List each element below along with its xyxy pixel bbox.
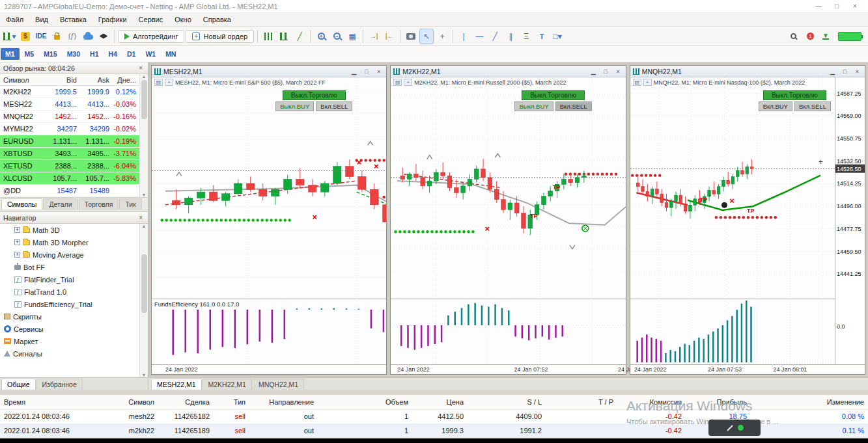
navigator-item[interactable]: Сервисы (0, 323, 139, 335)
disable-trading-button[interactable]: Выкл.Торговлю (522, 90, 585, 100)
timeframe-M15[interactable]: M15 (39, 48, 61, 60)
timeframe-W1[interactable]: W1 (141, 48, 160, 60)
timeframe-H1[interactable]: H1 (85, 48, 103, 60)
buy-toggle-button[interactable]: Вкл.BUY (759, 101, 792, 111)
tile-windows-button[interactable]: ▦ (345, 29, 359, 44)
chart-tab-2[interactable]: MNQH22,M1 (253, 379, 304, 390)
navigator-item[interactable]: +Moving Average (0, 248, 139, 261)
trade-col-6[interactable]: Цена (412, 395, 468, 409)
trade-col-7[interactable]: S / L (468, 395, 546, 409)
horizontal-line-tool-button[interactable]: — (472, 29, 486, 44)
chart-close-button[interactable]: × (374, 68, 384, 75)
objects-dropdown-button[interactable]: □▾ (550, 29, 565, 44)
navigator-item[interactable]: Bot FF (0, 261, 139, 273)
market-watch-row[interactable]: XETUSD2388...2388...-6.04% (0, 160, 139, 172)
navigator-item[interactable]: +Math 3D Morpher (0, 236, 139, 248)
timeframe-M5[interactable]: M5 (20, 48, 39, 60)
market-watch-row[interactable]: MYMH223429734299-0.02% (0, 123, 139, 135)
chart-minimize-button[interactable]: ▁ (349, 68, 359, 75)
chart-shift-button[interactable]: |← (382, 29, 397, 44)
navigator-item[interactable]: +Math 3D (0, 224, 139, 236)
disable-trading-button[interactable]: Выкл.Торговлю (763, 90, 826, 100)
navigator-tab-0[interactable]: Общие (1, 379, 36, 390)
trade-col-4[interactable]: Направление (249, 395, 318, 409)
trade-col-11[interactable]: Изменение (751, 395, 868, 409)
menu-item-0[interactable]: Файл (0, 14, 29, 25)
market-watch-row[interactable]: MESH224413...4413...-0.03% (0, 98, 139, 111)
ink-widget[interactable] (708, 420, 761, 436)
sell-toggle-button[interactable]: Вкл.SELL (555, 101, 592, 111)
menu-item-1[interactable]: Вид (29, 14, 54, 25)
cursor-tool-button[interactable]: ↖ (419, 29, 434, 44)
navigator-scrollbar[interactable]: ▲▼ (139, 224, 148, 377)
timeframe-M1[interactable]: M1 (1, 48, 20, 60)
points-button[interactable]: (ƒ) (65, 29, 79, 44)
market-watch-row[interactable]: M2KH221999.51999.90.12% (0, 86, 139, 98)
timeframe-D1[interactable]: D1 (122, 48, 140, 60)
auto-scroll-button[interactable]: →| (367, 29, 381, 44)
chart-menu-icon[interactable]: ▤ (154, 79, 163, 86)
navigator-item[interactable]: ƒFundsEfficiency_Trial (0, 298, 139, 310)
trade-col-0[interactable]: Время (0, 395, 107, 409)
chart-tab-1[interactable]: M2KH22,M1 (203, 379, 252, 390)
chart-menu-icon[interactable]: ▤ (393, 79, 402, 86)
navigator-item[interactable]: ƒFlatFinder_Trial (0, 273, 139, 286)
market-watch-close-icon[interactable]: × (137, 64, 145, 72)
expand-icon[interactable]: + (14, 252, 20, 258)
timeframe-M30[interactable]: M30 (63, 48, 85, 60)
disable-trading-button[interactable]: Выкл.Торговлю (283, 90, 346, 100)
mw-col-1[interactable]: Bid (43, 76, 77, 84)
menu-item-4[interactable]: Сервис (133, 14, 169, 25)
new-chart-button[interactable]: ▾ (3, 29, 17, 44)
zoom-in-button[interactable]: + (314, 29, 328, 44)
updates-button[interactable]: ▼ (819, 29, 833, 44)
screenshot-button[interactable] (404, 29, 418, 44)
mw-col-2[interactable]: Ask (77, 76, 109, 84)
sell-toggle-button[interactable]: Вкл.SELL (316, 101, 352, 111)
chart-titlebar[interactable]: MESH22,M1▁□× (152, 66, 386, 77)
window-close-button[interactable]: × (846, 3, 864, 10)
mw-col-0[interactable]: Символ (0, 76, 43, 84)
zoom-out-button[interactable]: − (329, 29, 344, 44)
navigator-item[interactable]: ƒFlatTrand 1.0 (0, 286, 139, 298)
market-watch-scrollbar[interactable]: ▲▼ (139, 74, 148, 197)
trendline-tool-button[interactable]: ╱ (488, 29, 502, 44)
chart-bars-type-button[interactable] (261, 29, 275, 44)
channel-tool-button[interactable]: ∥ (503, 29, 518, 44)
chart-candles-type-button[interactable] (277, 29, 291, 44)
buy-toggle-button[interactable]: Выкл.BUY (514, 101, 553, 111)
expand-icon[interactable]: + (14, 227, 20, 233)
trade-col-5[interactable]: Объем (318, 395, 412, 409)
chart-restore-button[interactable]: □ (601, 68, 611, 75)
market-watch-tab-1[interactable]: Детали (43, 198, 77, 209)
navigator-item[interactable]: Сигналы (0, 347, 139, 360)
timeframe-H4[interactable]: H4 (104, 48, 122, 60)
market-watch-row[interactable]: MNQH221452...1452...-0.16% (0, 111, 139, 123)
market-watch-tab-0[interactable]: Символы (1, 198, 42, 209)
market-watch-row[interactable]: @DD1548715489 (0, 185, 139, 197)
search-button[interactable] (786, 29, 800, 44)
text-tool-button[interactable]: T (535, 29, 549, 44)
navigator-item[interactable]: Скрипты (0, 310, 139, 323)
navigator-close-icon[interactable]: × (137, 214, 145, 221)
menu-item-5[interactable]: Окно (169, 14, 197, 25)
trade-col-10[interactable]: Прибыль (686, 395, 751, 409)
chart-close-button[interactable]: × (852, 68, 862, 75)
menu-item-3[interactable]: Графики (92, 14, 133, 25)
chart-tab-0[interactable]: MESH22,M1 (151, 379, 202, 390)
navigator-item[interactable]: Маркет (0, 335, 139, 347)
trade-col-3[interactable]: Тип (214, 395, 249, 409)
chart-minimize-button[interactable]: ▁ (828, 68, 837, 75)
trade-col-9[interactable]: Комиссия (617, 395, 686, 409)
chart-restore-button[interactable]: □ (361, 68, 371, 75)
market-watch-row[interactable]: XLCUSD105.7...105.7...-5.83% (0, 172, 139, 185)
chart-arrow-icon[interactable]: + (165, 79, 173, 86)
fibonacci-tool-button[interactable]: Ξ (519, 29, 533, 44)
chart-line-type-button[interactable]: ╱ (292, 29, 307, 44)
education-button[interactable] (96, 29, 111, 44)
chart-minimize-button[interactable]: ▁ (589, 68, 598, 75)
chart-menu-icon[interactable]: ▤ (633, 79, 641, 86)
market-watch-row[interactable]: EURUSD1.131...1.131...-0.19% (0, 135, 139, 148)
vertical-line-tool-button[interactable]: | (456, 29, 471, 44)
crosshair-tool-button[interactable]: + (435, 29, 449, 44)
